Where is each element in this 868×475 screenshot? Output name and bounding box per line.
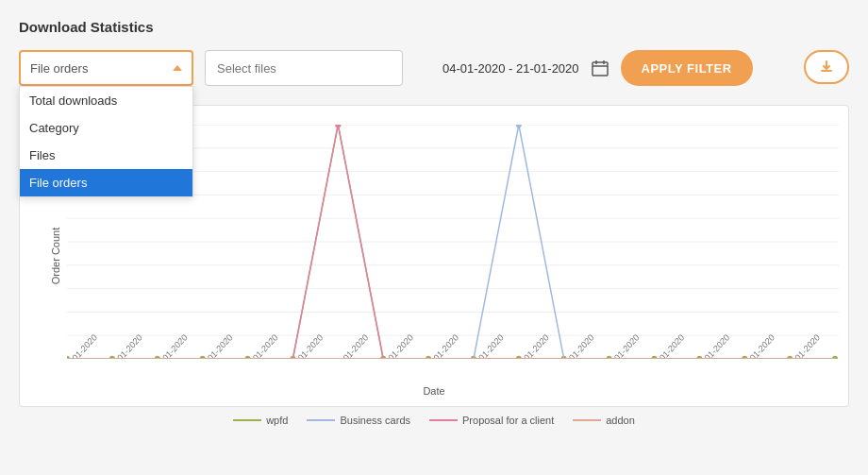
date-range-wrapper: 04-01-2020 - 21-01-2020 APPLY FILTER (442, 50, 753, 86)
svg-text:20-01-2020: 20-01-2020 (785, 332, 822, 359)
chart-legend: wpfd Business cards Proposal for a clien… (19, 415, 849, 426)
download-button[interactable] (804, 50, 849, 84)
dropdown-option-category[interactable]: Category (20, 114, 192, 142)
date-range-text: 04-01-2020 - 21-01-2020 (442, 61, 579, 76)
legend-item-proposal: Proposal for a client (429, 415, 554, 426)
dropdown-menu: Total downloads Category Files File orde… (19, 86, 193, 197)
legend-item-addon: addon (573, 415, 635, 426)
legend-line-wpfd (233, 419, 261, 421)
svg-text:19-01-2020: 19-01-2020 (740, 332, 776, 359)
svg-text:04-01-2020: 04-01-2020 (67, 332, 99, 359)
svg-text:10-01-2020: 10-01-2020 (333, 332, 370, 359)
legend-label-wpfd: wpfd (266, 415, 288, 426)
legend-label-business-cards: Business cards (340, 415, 410, 426)
calendar-icon[interactable] (587, 55, 613, 81)
y-axis-label: Order Count (50, 228, 61, 285)
x-axis-label: Date (423, 385, 444, 397)
filter-dropdown[interactable]: File orders (19, 50, 193, 86)
legend-line-business-cards (307, 419, 335, 421)
svg-text:08-01-2020: 08-01-2020 (242, 332, 279, 359)
legend-item-business-cards: Business cards (307, 415, 410, 426)
legend-label-addon: addon (606, 415, 635, 426)
svg-point-63 (516, 125, 522, 127)
svg-text:07-01-2020: 07-01-2020 (197, 332, 234, 359)
legend-line-addon (573, 419, 601, 421)
svg-text:18-01-2020: 18-01-2020 (694, 332, 731, 359)
dropdown-selected-label: File orders (30, 61, 88, 76)
dropdown-arrow-icon (173, 65, 182, 71)
svg-text:06-01-2020: 06-01-2020 (152, 332, 189, 359)
svg-text:14-01-2020: 14-01-2020 (513, 332, 550, 359)
select-files-input[interactable] (205, 50, 403, 86)
legend-line-proposal (429, 419, 458, 421)
page-title: Download Statistics (19, 19, 849, 35)
dropdown-option-file-orders[interactable]: File orders (20, 169, 192, 196)
legend-item-wpfd: wpfd (233, 415, 288, 426)
svg-text:15-01-2020: 15-01-2020 (559, 332, 595, 359)
svg-text:17-01-2020: 17-01-2020 (649, 332, 686, 359)
legend-label-proposal: Proposal for a client (462, 415, 554, 426)
dropdown-option-total-downloads[interactable]: Total downloads (20, 87, 192, 114)
svg-text:16-01-2020: 16-01-2020 (604, 332, 641, 359)
svg-text:12-01-2020: 12-01-2020 (424, 332, 460, 359)
apply-filter-button[interactable]: APPLY FILTER (621, 50, 753, 86)
svg-point-62 (335, 125, 341, 127)
filter-dropdown-wrapper: File orders Total downloads Category Fil… (19, 50, 193, 86)
svg-text:21-01-2020: 21-01-2020 (830, 332, 839, 359)
svg-text:05-01-2020: 05-01-2020 (107, 332, 143, 359)
svg-text:11-01-2020: 11-01-2020 (378, 332, 415, 359)
svg-rect-0 (593, 62, 608, 76)
controls-row: File orders Total downloads Category Fil… (19, 50, 849, 86)
dropdown-option-files[interactable]: Files (20, 142, 192, 169)
